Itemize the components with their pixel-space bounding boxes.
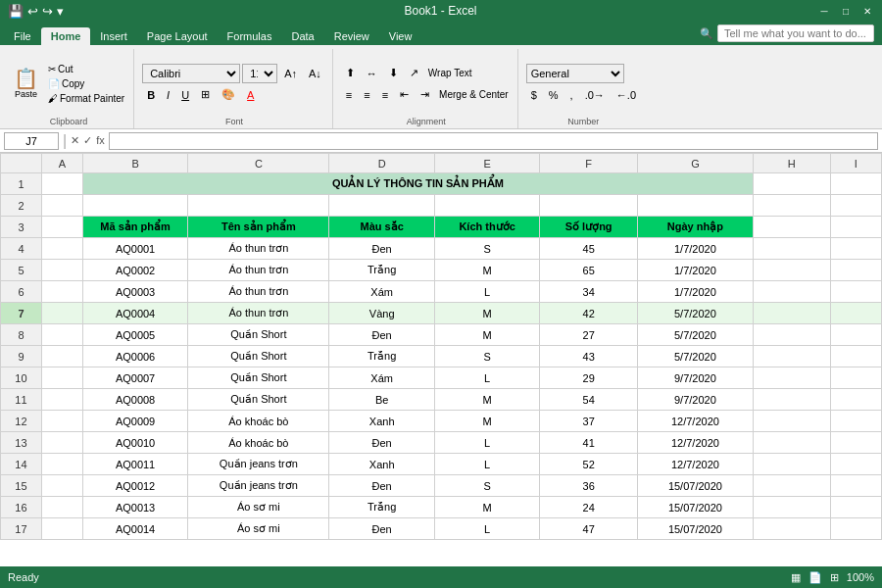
cell-f17[interactable]: 47 xyxy=(540,518,638,540)
cell-g13[interactable]: 12/7/2020 xyxy=(637,432,753,454)
cell-c11[interactable]: Quần Short xyxy=(188,389,329,411)
underline-button[interactable]: U xyxy=(176,85,194,105)
cell-a9[interactable] xyxy=(41,346,82,368)
cell-h10[interactable] xyxy=(753,368,830,389)
header-cell-2[interactable]: Màu sắc xyxy=(329,217,434,238)
cell-g10[interactable]: 9/7/2020 xyxy=(637,368,753,389)
cell-d4[interactable]: Đen xyxy=(329,238,434,260)
cell-g12[interactable]: 12/7/2020 xyxy=(637,411,753,432)
col-header-b[interactable]: B xyxy=(82,154,187,173)
cell-h13[interactable] xyxy=(753,432,830,454)
cell-e8[interactable]: M xyxy=(434,324,539,346)
confirm-formula-icon[interactable]: ✓ xyxy=(83,134,92,147)
cell-e14[interactable]: L xyxy=(434,454,539,475)
font-size-select[interactable]: 11 xyxy=(242,64,277,83)
cell-f6[interactable]: 34 xyxy=(540,281,638,303)
cell-c16[interactable]: Áo sơ mi xyxy=(188,497,329,518)
cell-e7[interactable]: M xyxy=(434,303,539,324)
cell-d12[interactable]: Xanh xyxy=(329,411,434,432)
cell-d5[interactable]: Trắng xyxy=(329,260,434,281)
tab-view[interactable]: View xyxy=(379,27,422,45)
cell-h17[interactable] xyxy=(753,518,830,540)
cell-a10[interactable] xyxy=(41,368,82,389)
cell-i7[interactable] xyxy=(830,303,882,324)
cell-h9[interactable] xyxy=(753,346,830,368)
cell-b5[interactable]: AQ0002 xyxy=(82,260,187,281)
cell-a8[interactable] xyxy=(41,324,82,346)
tab-formulas[interactable]: Formulas xyxy=(218,27,282,45)
cell-a13[interactable] xyxy=(41,432,82,454)
decrease-decimal-button[interactable]: ←.0 xyxy=(612,85,641,105)
comma-button[interactable]: , xyxy=(565,85,578,105)
cell-i17[interactable] xyxy=(830,518,882,540)
cell-i10[interactable] xyxy=(830,368,882,389)
cell-h11[interactable] xyxy=(753,389,830,411)
increase-font-button[interactable]: A↑ xyxy=(279,64,302,83)
sheet-view-normal[interactable]: ▦ xyxy=(791,571,801,584)
tab-page-layout[interactable]: Page Layout xyxy=(137,27,218,45)
align-bottom-button[interactable]: ⬇ xyxy=(384,64,403,83)
cell-a4[interactable] xyxy=(41,238,82,260)
cell-h14[interactable] xyxy=(753,454,830,475)
maximize-button[interactable]: □ xyxy=(839,4,853,18)
cell-g11[interactable]: 9/7/2020 xyxy=(637,389,753,411)
orientation-button[interactable]: ↗ xyxy=(405,64,423,83)
save-icon[interactable]: 💾 xyxy=(8,4,24,19)
cell-e16[interactable]: M xyxy=(434,497,539,518)
cell-d9[interactable]: Trắng xyxy=(329,346,434,368)
cell-c13[interactable]: Áo khoác bò xyxy=(188,432,329,454)
cell-c5[interactable]: Áo thun trơn xyxy=(188,260,329,281)
merge-center-button[interactable]: Merge & Center xyxy=(436,85,512,105)
cell-b10[interactable]: AQ0007 xyxy=(82,368,187,389)
font-name-select[interactable]: Calibri xyxy=(142,64,240,83)
cell-d8[interactable]: Đen xyxy=(329,324,434,346)
cell-i5[interactable] xyxy=(830,260,882,281)
qat-dropdown-icon[interactable]: ▾ xyxy=(57,4,64,19)
cell-h2[interactable] xyxy=(753,195,830,217)
tell-me-box[interactable]: 🔍 xyxy=(700,24,882,45)
cell-g15[interactable]: 15/07/2020 xyxy=(637,475,753,497)
align-top-button[interactable]: ⬆ xyxy=(341,64,360,83)
cell-d10[interactable]: Xám xyxy=(329,368,434,389)
copy-button[interactable]: 📄 Copy xyxy=(45,77,127,90)
align-center-button[interactable]: ≡ xyxy=(359,85,374,105)
cell-h4[interactable] xyxy=(753,238,830,260)
cell-c8[interactable]: Quần Short xyxy=(188,324,329,346)
currency-button[interactable]: $ xyxy=(526,85,542,105)
cell-a6[interactable] xyxy=(41,281,82,303)
tab-data[interactable]: Data xyxy=(281,27,323,45)
cell-a2[interactable] xyxy=(41,195,82,217)
tab-review[interactable]: Review xyxy=(324,27,379,45)
header-cell-1[interactable]: Tên sản phẩm xyxy=(188,217,329,238)
cell-f8[interactable]: 27 xyxy=(540,324,638,346)
col-header-e[interactable]: E xyxy=(434,154,539,173)
col-header-a[interactable]: A xyxy=(41,154,82,173)
cell-h8[interactable] xyxy=(753,324,830,346)
cell-c10[interactable]: Quần Short xyxy=(188,368,329,389)
cell-b13[interactable]: AQ0010 xyxy=(82,432,187,454)
header-cell-4[interactable]: Số lượng xyxy=(540,217,638,238)
cell-d13[interactable]: Đen xyxy=(329,432,434,454)
align-left-button[interactable]: ≡ xyxy=(341,85,357,105)
cell-b17[interactable]: AQ0014 xyxy=(82,518,187,540)
insert-function-icon[interactable]: fx xyxy=(96,134,105,147)
close-button[interactable]: ✕ xyxy=(860,4,874,18)
cell-c17[interactable]: Áo sơ mi xyxy=(188,518,329,540)
cell-f13[interactable]: 41 xyxy=(540,432,638,454)
decrease-font-button[interactable]: A↓ xyxy=(304,64,326,83)
col-header-i[interactable]: I xyxy=(830,154,882,173)
header-cell-0[interactable]: Mã sản phẩm xyxy=(82,217,187,238)
cell-g4[interactable]: 1/7/2020 xyxy=(637,238,753,260)
col-header-c[interactable]: C xyxy=(188,154,329,173)
wrap-text-button[interactable]: Wrap Text xyxy=(425,64,475,83)
cell-d15[interactable]: Đen xyxy=(329,475,434,497)
cell-h12[interactable] xyxy=(753,411,830,432)
tell-me-input[interactable] xyxy=(717,24,874,42)
tab-insert[interactable]: Insert xyxy=(90,27,137,45)
cell-c6[interactable]: Áo thun trơn xyxy=(188,281,329,303)
cell-e4[interactable]: S xyxy=(434,238,539,260)
cell-h1[interactable] xyxy=(753,173,830,195)
cell-c14[interactable]: Quần jeans trơn xyxy=(188,454,329,475)
cell-b4[interactable]: AQ0001 xyxy=(82,238,187,260)
undo-icon[interactable]: ↩ xyxy=(27,4,38,19)
